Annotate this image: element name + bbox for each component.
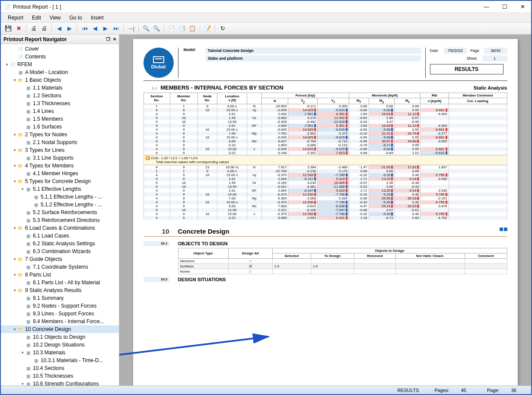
tree-item[interactable]: ▦5.2 Surface Reinforcements <box>1 209 119 216</box>
tree-item[interactable]: ▦10.3.1 Materials - Time-D... <box>1 356 119 364</box>
tree-item[interactable]: ▾📁10 Concrete Design <box>1 325 119 333</box>
nav-pin-icon[interactable]: ❐ <box>106 37 110 42</box>
nav-fwd-icon[interactable]: ▶ <box>101 24 110 33</box>
tree-item[interactable]: ▦9.1 Summary <box>1 294 119 302</box>
tree-item[interactable]: ▦1.4 Lines <box>1 107 119 115</box>
print-icon[interactable]: 🖨 <box>29 24 38 33</box>
sec-num-102: 10.2 <box>143 277 169 282</box>
delete-icon[interactable]: ✖ <box>14 24 23 33</box>
tree-item[interactable]: ▾▦10.6 Strength Configurations <box>1 380 119 385</box>
tree-item[interactable]: ▾📁2 Types for Nodes <box>1 131 119 138</box>
tree-item[interactable]: ▾📁6 Load Cases & Combinations <box>1 224 119 232</box>
page-setup-icon[interactable]: 📋 <box>188 24 197 33</box>
tree-item[interactable]: ▦3.1 Line Supports <box>1 154 119 162</box>
tree-item[interactable]: ▦10.4 Sections <box>1 364 119 372</box>
tree-item[interactable]: 📄Contents <box>1 53 119 61</box>
tree-item[interactable]: ▦1.3 Thicknesses <box>1 100 119 107</box>
tree-item[interactable]: ▾📁5 Types for Concrete Design <box>1 177 119 185</box>
tree-item[interactable]: ▦9.2 Nodes - Support Forces <box>1 302 119 310</box>
status-page: 36 <box>506 388 522 393</box>
nav-tree: 📄Cover📄Contents▾📄RFEM▦A Model - Location… <box>1 44 119 385</box>
app-icon: 📄 <box>4 4 10 10</box>
sec-num-101: 10.1 <box>143 241 169 246</box>
tree-item[interactable]: ▦1.2 Sections <box>1 92 119 100</box>
tree-item[interactable]: ▦10.1 Objects to Design <box>1 333 119 341</box>
nav-back-icon[interactable]: ◀ <box>90 24 100 33</box>
tree-item[interactable]: ▾📁1 Basic Objects <box>1 76 119 84</box>
objects-table: Object TypeDesign AllObjects to DesignSe… <box>178 248 507 274</box>
page-portrait-icon[interactable]: 📄 <box>167 24 176 33</box>
tree-item[interactable]: ▾📄RFEM <box>1 61 119 68</box>
tree-item[interactable]: ▦1.6 Surfaces <box>1 123 119 131</box>
tree-item[interactable]: ▦1.5 Members <box>1 115 119 123</box>
report-page: Dlubal Model:Tutorial Concrete Design Sl… <box>133 39 518 385</box>
tree-item[interactable]: ▦9.3 Lines - Support Forces <box>1 310 119 318</box>
menu-view[interactable]: View <box>45 13 65 22</box>
minimize-button[interactable]: — <box>481 3 492 11</box>
tree-item[interactable]: ▦5.1.2 Effective Lengths - ... <box>1 201 119 209</box>
menu-edit[interactable]: Edit <box>28 13 45 22</box>
model-value: Tutorial Concrete Design <box>205 48 421 54</box>
tree-item[interactable]: ▾📁3 Types for Lines <box>1 146 119 154</box>
close-button[interactable]: ✕ <box>518 3 528 11</box>
tree-item[interactable]: ▦6.1 Load Cases <box>1 232 119 240</box>
status-results: RESULTS <box>392 388 424 393</box>
tree-item[interactable]: ▾▦10.3 Materials <box>1 349 119 356</box>
nav-first-icon[interactable]: ⏮ <box>80 24 89 33</box>
insert-page-icon[interactable]: 📝 <box>203 24 212 33</box>
results-header: RESULTS <box>430 64 503 74</box>
tree-item[interactable]: 📄Cover <box>1 45 119 53</box>
sec-title-10: Concrete Design <box>178 228 500 235</box>
maximize-button[interactable]: ☐ <box>500 3 510 11</box>
tree-item[interactable]: ▾📁9 Static Analysis Results <box>1 286 119 294</box>
logo-icon: Dlubal <box>143 48 174 78</box>
page-sheet: 1 <box>482 55 507 61</box>
tree-item[interactable]: ▦A Model - Location <box>1 68 119 76</box>
goto-page-icon[interactable]: →| <box>126 24 136 33</box>
tree-item[interactable]: ▾▦5.1 Effective Lengths <box>1 185 119 193</box>
tree-item[interactable]: ▦8.1 Parts List - All by Material <box>1 279 119 286</box>
tree-item[interactable]: ▾📁4 Types for Members <box>1 162 119 170</box>
model-sub: Slabs and platform <box>205 55 421 61</box>
menubar: Report Edit View Go to Insert <box>1 13 531 22</box>
menu-goto[interactable]: Go to <box>65 13 86 22</box>
tree-item[interactable]: ▦10.2 Design Situations <box>1 341 119 349</box>
nav-next-icon[interactable]: ▶ <box>65 24 74 33</box>
window-title: Printout Report - [ 1 ] <box>13 4 481 10</box>
tree-item[interactable]: ▾📁8 Parts List <box>1 271 119 279</box>
tree-item[interactable]: ▦2.1 Nodal Supports <box>1 138 119 146</box>
refresh-icon[interactable]: ↻ <box>218 24 227 33</box>
nav-last-icon[interactable]: ⏭ <box>111 24 121 33</box>
tree-item[interactable]: ▦5.3 Reinforcement Directions <box>1 216 119 224</box>
book-icon <box>500 228 507 235</box>
tree-item[interactable]: ▦4.1 Member Hinges <box>1 170 119 177</box>
nav-title: Printout Report Navigator <box>3 36 67 42</box>
menu-report[interactable]: Report <box>3 13 28 22</box>
tree-item[interactable]: ▦9.4 Members - Internal Force... <box>1 318 119 325</box>
page-number: 36/45 <box>484 48 507 54</box>
tree-item[interactable]: ▦5.1.1 Effective Lengths - ... <box>1 193 119 201</box>
nav-close-icon[interactable]: ✕ <box>113 37 116 42</box>
save-icon[interactable]: 💾 <box>3 24 13 33</box>
page-landscape-icon[interactable]: 📑 <box>177 24 187 33</box>
nav-prev-icon[interactable]: ◀ <box>54 24 64 33</box>
toolbar: 💾 ✖ 🖨 🖨 ◀ ▶ ⏮ ◀ ▶ ⏭ →| 🔍 🔍 📄 📑 📋 📝 ↻ <box>1 22 531 35</box>
page-date: 7/6/2022 <box>444 48 467 54</box>
zoom-in-icon[interactable]: 🔍 <box>141 24 151 33</box>
sec-title-101: OBJECTS TO DESIGN <box>178 241 507 246</box>
tree-item[interactable]: ▦1.1 Materials <box>1 84 119 92</box>
tree-item[interactable]: ▦6.3 Combination Wizards <box>1 247 119 255</box>
sec-right-94: Static Analysis <box>474 85 507 90</box>
sec-num-10: 10 <box>143 228 178 235</box>
tree-item[interactable]: ▦10.5 Thicknesses <box>1 372 119 380</box>
status-pages: 45 <box>456 388 471 393</box>
tree-item[interactable]: ▦7.1 Coordinate Systems <box>1 263 119 271</box>
print-setup-icon[interactable]: 🖨 <box>39 24 49 33</box>
tree-item[interactable]: ▦6.2 Static Analysis Settings <box>1 240 119 247</box>
report-area[interactable]: Dlubal Model:Tutorial Concrete Design Sl… <box>119 35 531 385</box>
sec-num-94: 9.4 <box>143 86 161 90</box>
menu-insert[interactable]: Insert <box>86 13 108 22</box>
tree-item[interactable]: ▾📁7 Guide Objects <box>1 255 119 263</box>
sec-title-94: MEMBERS - INTERNAL FORCES BY SECTION <box>161 84 474 91</box>
zoom-out-icon[interactable]: 🔍 <box>152 24 161 33</box>
